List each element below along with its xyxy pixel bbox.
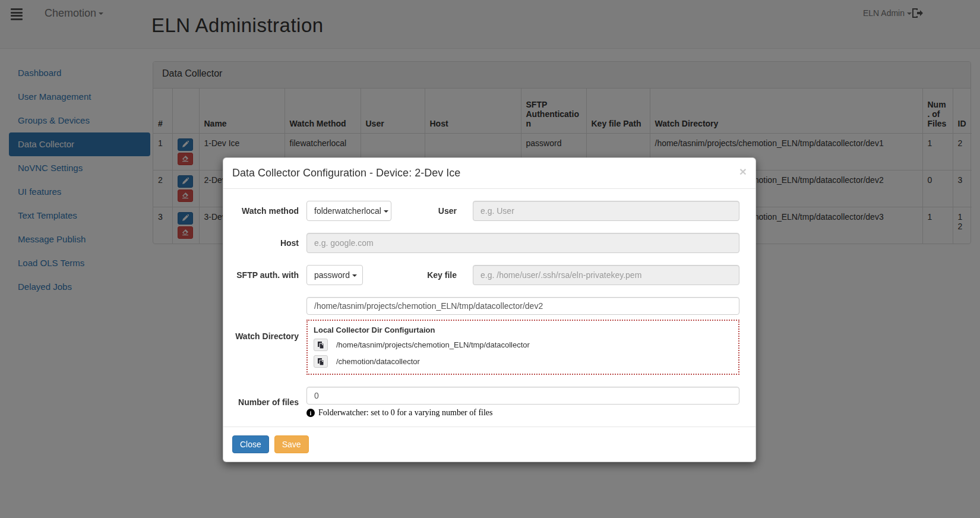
local-collector-box: Local Collector Dir Configurtaion /home/… bbox=[306, 320, 739, 375]
copy-to-clipboard-button[interactable] bbox=[314, 355, 328, 368]
watch-method-value: folderwatcherlocal bbox=[314, 206, 381, 216]
sftp-auth-label: SFTP auth. with bbox=[232, 270, 299, 280]
close-icon[interactable]: × bbox=[739, 165, 747, 178]
host-input[interactable] bbox=[306, 233, 739, 253]
chevron-down-icon bbox=[352, 274, 357, 277]
key-file-input[interactable] bbox=[473, 265, 739, 285]
watch-directory-input[interactable] bbox=[306, 297, 739, 315]
user-label: User bbox=[391, 206, 457, 216]
folderwatcher-help-text: Folderwatcher: set to 0 for a varying nu… bbox=[318, 408, 493, 418]
copy-to-clipboard-button[interactable] bbox=[314, 339, 328, 351]
watch-method-user-row: Watch method folderwatcherlocal User bbox=[232, 201, 747, 221]
user-input[interactable] bbox=[473, 201, 739, 221]
watch-method-label: Watch method bbox=[232, 206, 299, 216]
modal-footer: Close Save bbox=[223, 427, 755, 462]
key-file-label: Key file bbox=[363, 270, 457, 280]
collector-path: /chemotion/datacollector bbox=[336, 357, 420, 366]
number-of-files-label: Number of files bbox=[232, 397, 299, 407]
watch-method-dropdown[interactable]: folderwatcherlocal bbox=[306, 201, 391, 221]
host-row: Host bbox=[232, 233, 747, 253]
info-icon: i bbox=[306, 409, 315, 417]
modal-title: Data Collector Configuration - Device: 2… bbox=[232, 167, 747, 179]
local-collector-title: Local Collector Dir Configurtaion bbox=[314, 326, 732, 334]
collector-path-row: /chemotion/datacollector bbox=[314, 355, 732, 368]
collector-path-row: /home/tasnim/projects/chemotion_ELN/tmp/… bbox=[314, 339, 732, 351]
folderwatcher-help: i Folderwatcher: set to 0 for a varying … bbox=[306, 408, 739, 418]
collector-path: /home/tasnim/projects/chemotion_ELN/tmp/… bbox=[336, 340, 530, 349]
modal-header: Data Collector Configuration - Device: 2… bbox=[223, 158, 755, 189]
sftp-auth-value: password bbox=[314, 270, 350, 280]
watch-directory-row: Watch Directory Local Collector Dir Conf… bbox=[232, 297, 747, 375]
watch-directory-label: Watch Directory bbox=[232, 331, 299, 341]
clipboard-icon bbox=[317, 358, 324, 366]
host-label: Host bbox=[232, 238, 299, 248]
clipboard-icon bbox=[317, 341, 324, 349]
modal-body: Watch method folderwatcherlocal User Hos… bbox=[223, 189, 755, 427]
number-of-files-row: Number of files i Folderwatcher: set to … bbox=[232, 387, 747, 418]
number-of-files-input[interactable] bbox=[306, 387, 739, 405]
chevron-down-icon bbox=[384, 210, 388, 213]
sftp-auth-dropdown[interactable]: password bbox=[306, 265, 363, 285]
save-button[interactable]: Save bbox=[274, 435, 309, 453]
data-collector-config-modal: Data Collector Configuration - Device: 2… bbox=[223, 157, 756, 462]
close-button[interactable]: Close bbox=[232, 435, 269, 453]
sftp-keyfile-row: SFTP auth. with password Key file bbox=[232, 265, 747, 285]
